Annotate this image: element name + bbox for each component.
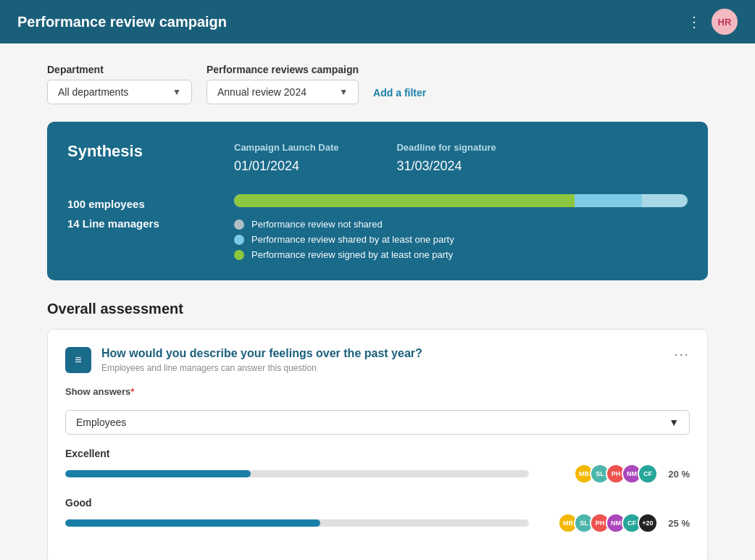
result-bar-fill: [65, 470, 251, 477]
show-answers-value: Employees: [76, 417, 126, 428]
results-container: ExcellentMBSLPHNMCF20 %GoodMBSLPHNMCF+20…: [65, 448, 690, 533]
launch-date-value: 01/01/2024: [234, 159, 338, 174]
show-answers-select[interactable]: Employees ▼: [65, 410, 690, 435]
legend-label-shared: Performance review shared by at least on…: [251, 234, 454, 245]
show-answers-label: Show answers*: [65, 386, 134, 397]
assessment-card: ≡ How would you describe your feelings o…: [47, 329, 708, 560]
chevron-down-icon: ▼: [172, 87, 181, 97]
question-sub: Employees and line managers can answer t…: [101, 363, 422, 373]
legend-dot-teal: [234, 235, 244, 245]
legend-item-signed: Performance review signed by at least on…: [234, 249, 688, 260]
section-title-overall: Overall assessment: [47, 301, 708, 317]
launch-date-label: Campaign Launch Date: [234, 142, 338, 153]
more-badge: +20: [638, 513, 658, 533]
app-title: Performance review campaign: [17, 14, 227, 30]
add-filter-button[interactable]: Add a filter: [373, 81, 426, 104]
result-bar-track: [65, 470, 529, 477]
deadline-item: Deadline for signature 31/03/2024: [396, 142, 496, 174]
avatars-group: MBSLPHNMCF+20: [558, 513, 658, 533]
synthesis-counts: 100 employees 14 Line managers: [67, 194, 234, 233]
question-left: ≡ How would you describe your feelings o…: [65, 347, 422, 373]
deadline-value: 31/03/2024: [396, 159, 496, 174]
progress-teal-segment: [575, 194, 643, 207]
result-bar-fill: [65, 519, 320, 527]
filters-bar: Department All departments ▼ Performance…: [47, 64, 708, 104]
legend-label-not-shared: Performance review not shared: [251, 219, 383, 230]
synthesis-top: Synthesis Campaign Launch Date 01/01/202…: [67, 142, 688, 174]
department-select[interactable]: All departments ▼: [47, 80, 192, 104]
avatar[interactable]: HR: [712, 9, 738, 35]
launch-date-item: Campaign Launch Date 01/01/2024: [234, 142, 338, 174]
legend-label-signed: Performance review signed by at least on…: [251, 249, 453, 260]
result-row: GoodMBSLPHNMCF+2025 %: [65, 497, 690, 533]
synthesis-meta: Campaign Launch Date 01/01/2024 Deadline…: [234, 142, 688, 174]
legend-item-shared: Performance review shared by at least on…: [234, 234, 688, 245]
result-row: ExcellentMBSLPHNMCF20 %: [65, 448, 690, 484]
legend-item-not-shared: Performance review not shared: [234, 219, 688, 230]
chevron-down-icon: ▼: [669, 417, 679, 428]
result-pct: 20 %: [664, 469, 690, 480]
result-pct: 25 %: [664, 518, 690, 529]
result-right: MBSLPHNMCF+2025 %: [558, 513, 690, 533]
question-text: How would you describe your feelings ove…: [101, 347, 422, 360]
question-icon: ≡: [65, 347, 91, 373]
main-content: Department All departments ▼ Performance…: [30, 43, 725, 560]
question-info: How would you describe your feelings ove…: [101, 347, 422, 373]
progress-green-segment: [234, 194, 575, 207]
result-label: Excellent: [65, 448, 690, 459]
result-bar-track: [65, 519, 529, 527]
department-value: All departments: [58, 86, 128, 98]
campaign-value: Annual review 2024: [217, 86, 306, 98]
header-actions: ⋮ HR: [687, 9, 738, 35]
progress-bar: [234, 194, 688, 207]
synthesis-progress-area: Performance review not shared Performanc…: [234, 194, 688, 260]
synthesis-bottom: 100 employees 14 Line managers Performan…: [67, 194, 688, 260]
campaign-select[interactable]: Annual review 2024 ▼: [207, 80, 359, 104]
synthesis-card: Synthesis Campaign Launch Date 01/01/202…: [47, 122, 708, 280]
line-managers-count: 14 Line managers: [67, 214, 234, 233]
question-menu-icon[interactable]: ⋮: [673, 348, 691, 364]
legend-dot-green: [234, 250, 244, 260]
show-answers-row: Show answers*: [65, 386, 690, 397]
header-menu-icon[interactable]: ⋮: [687, 13, 703, 30]
deadline-label: Deadline for signature: [396, 142, 496, 153]
campaign-filter-group: Performance reviews campaign Annual revi…: [207, 64, 359, 104]
progress-legend: Performance review not shared Performanc…: [234, 219, 688, 260]
result-right: MBSLPHNMCF20 %: [574, 464, 690, 484]
show-answers-select-wrapper: Employees ▼: [65, 410, 690, 435]
result-bar-row: MBSLPHNMCF20 %: [65, 464, 690, 484]
mini-avatar: CF: [638, 464, 658, 484]
campaign-label: Performance reviews campaign: [207, 64, 359, 75]
avatars-group: MBSLPHNMCF: [574, 464, 658, 484]
chevron-down-icon: ▼: [339, 87, 348, 97]
legend-dot-gray: [234, 220, 244, 230]
app-header: Performance review campaign ⋮ HR: [0, 0, 755, 43]
department-filter-group: Department All departments ▼: [47, 64, 192, 104]
employees-count: 100 employees: [67, 194, 234, 214]
question-header: ≡ How would you describe your feelings o…: [65, 347, 690, 373]
synthesis-title: Synthesis: [67, 142, 234, 161]
department-label: Department: [47, 64, 192, 75]
result-label: Good: [65, 497, 690, 509]
result-bar-row: MBSLPHNMCF+2025 %: [65, 513, 690, 533]
